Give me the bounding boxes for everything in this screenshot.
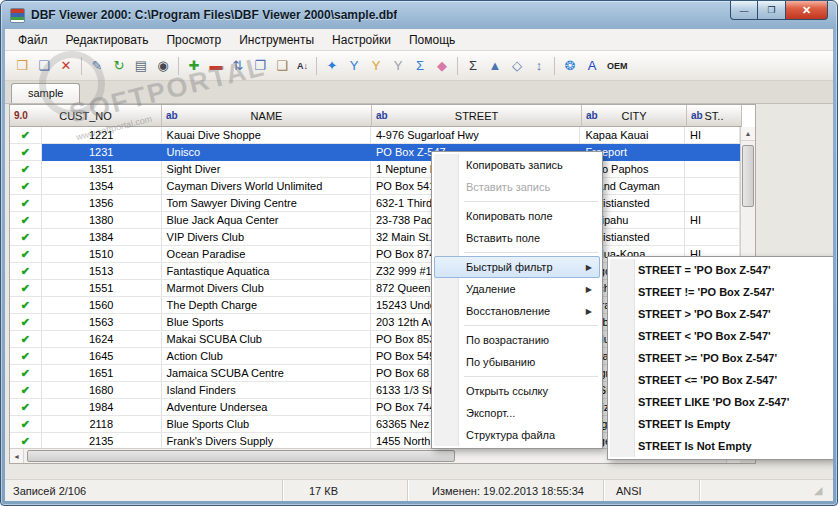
context-menu-item[interactable]: Восстановление▶ xyxy=(434,300,600,322)
tab-sample[interactable]: sample xyxy=(11,83,80,103)
oem-mode-icon[interactable]: OEM xyxy=(603,55,632,77)
context-menu-item[interactable]: Структура файла xyxy=(434,424,600,446)
column-header-city[interactable]: abCITY xyxy=(582,105,687,127)
context-menu-item[interactable]: Копировать поле xyxy=(434,205,600,227)
table-row[interactable]: ✔1354Cayman Divers World UnlimitedPO Box… xyxy=(10,178,740,195)
cell-name[interactable]: VIP Divers Club xyxy=(162,229,371,246)
cell-cust-no[interactable]: 1680 xyxy=(42,382,162,399)
menu-view[interactable]: Просмотр xyxy=(157,31,230,49)
eraser-icon[interactable]: ◆ xyxy=(431,55,453,77)
table-row[interactable]: ✔1221Kauai Dive Shoppe4-976 Sugarloaf Hw… xyxy=(10,127,740,144)
resize-grip-icon[interactable]: ◢ xyxy=(814,484,830,497)
filter-menu-item[interactable]: STREET <= 'PO Box Z-547' xyxy=(610,369,832,391)
filter-icon[interactable]: Y xyxy=(343,55,365,77)
context-menu-item[interactable]: Вставить поле xyxy=(434,227,600,249)
cell-name[interactable]: Adventure Undersea xyxy=(162,399,371,416)
cell-cust-no[interactable]: 1510 xyxy=(42,246,162,263)
filter-clear-icon[interactable]: Y xyxy=(387,55,409,77)
context-menu-item[interactable]: Экспорт... xyxy=(434,402,600,424)
summary-table-icon[interactable]: Σ xyxy=(409,55,431,77)
cell-cust-no[interactable]: 1351 xyxy=(42,161,162,178)
new-file-icon[interactable]: ❏ xyxy=(33,55,55,77)
cell-name[interactable]: Tom Sawyer Diving Centre xyxy=(162,195,371,212)
cell-name[interactable]: Unisco xyxy=(162,144,371,161)
filter-menu-item[interactable]: STREET < 'PO Box Z-547' xyxy=(610,325,832,347)
cell-name[interactable]: Blue Jack Aqua Center xyxy=(162,212,371,229)
close-button[interactable]: ✕ xyxy=(786,1,828,20)
context-menu-item[interactable]: Быстрый фильтр▶ xyxy=(434,256,600,278)
filter-menu-item[interactable]: STREET = 'PO Box Z-547' xyxy=(610,259,832,281)
horizontal-scroll-thumb[interactable] xyxy=(27,450,455,462)
delete-record-icon[interactable]: ▬ xyxy=(205,55,227,77)
cell-name[interactable]: Blue Sports xyxy=(162,314,371,331)
menu-edit[interactable]: Редактировать xyxy=(57,31,158,49)
menu-file[interactable]: Файл xyxy=(9,31,57,49)
table-row[interactable]: ✔1351Sight Diver1 Neptune LaneKato Papho… xyxy=(10,161,740,178)
cell-street[interactable]: 4-976 Sugarloaf Hwy xyxy=(371,127,580,144)
cell-st[interactable] xyxy=(685,178,740,195)
cell-st[interactable] xyxy=(685,229,740,246)
sigma-icon[interactable]: Σ xyxy=(462,55,484,77)
edit-record-icon[interactable]: ✎ xyxy=(86,55,108,77)
table-row[interactable]: ✔1384VIP Divers Club32 Main St.Christian… xyxy=(10,229,740,246)
cell-name[interactable]: The Depth Charge xyxy=(162,297,371,314)
cell-name[interactable]: Kauai Dive Shoppe xyxy=(162,127,371,144)
cell-cust-no[interactable]: 2118 xyxy=(42,416,162,433)
maximize-button[interactable]: ❐ xyxy=(758,1,786,20)
cell-cust-no[interactable]: 1354 xyxy=(42,178,162,195)
cell-cust-no[interactable]: 1380 xyxy=(42,212,162,229)
scroll-up-icon[interactable]: ▲ xyxy=(741,127,755,141)
filter-menu-item[interactable]: STREET LIKE 'PO Box Z-547' xyxy=(610,391,832,413)
column-header-name[interactable]: abNAME xyxy=(162,105,372,127)
column-header-st[interactable]: abST.. xyxy=(687,105,742,127)
add-record-icon[interactable]: ✚ xyxy=(183,55,205,77)
cell-cust-no[interactable]: 1513 xyxy=(42,263,162,280)
filter-menu-item[interactable]: STREET != 'PO Box Z-547' xyxy=(610,281,832,303)
vertical-scroll-thumb[interactable] xyxy=(742,145,754,207)
cell-st[interactable]: HI xyxy=(685,212,740,229)
cell-cust-no[interactable]: 1984 xyxy=(42,399,162,416)
menu-help[interactable]: Помощь xyxy=(400,31,464,49)
cell-cust-no[interactable]: 1221 xyxy=(42,127,162,144)
font-color-icon[interactable]: A xyxy=(581,55,603,77)
cell-city[interactable]: Kapaa Kauai xyxy=(580,127,685,144)
comment-bubble-icon[interactable]: ✦ xyxy=(321,55,343,77)
cell-cust-no[interactable]: 1651 xyxy=(42,365,162,382)
title-bar[interactable]: DBF Viewer 2000: C:\Program Files\DBF Vi… xyxy=(1,1,837,29)
cell-cust-no[interactable]: 1645 xyxy=(42,348,162,365)
cell-name[interactable]: Ocean Paradise xyxy=(162,246,371,263)
table-row[interactable]: ✔1380Blue Jack Aqua Center23-738 Padding… xyxy=(10,212,740,229)
column-header-street[interactable]: abSTREET xyxy=(372,105,582,127)
copy-record-icon[interactable]: ❐ xyxy=(249,55,271,77)
diamond-icon[interactable]: ◇ xyxy=(506,55,528,77)
cell-cust-no[interactable]: 1356 xyxy=(42,195,162,212)
context-menu-item[interactable]: Копировать запись xyxy=(434,154,600,176)
cell-name[interactable]: Marmot Divers Club xyxy=(162,280,371,297)
context-menu-item[interactable]: Вставить запись xyxy=(434,176,600,198)
open-file-icon[interactable]: ❒ xyxy=(11,55,33,77)
filter-menu-item[interactable]: STREET Is Empty xyxy=(610,413,832,435)
triangle-up-icon[interactable]: ▲ xyxy=(484,55,506,77)
fit-height-icon[interactable]: ↕ xyxy=(528,55,550,77)
filter-add-icon[interactable]: Y xyxy=(365,55,387,77)
filter-menu-item[interactable]: STREET > 'PO Box Z-547' xyxy=(610,303,832,325)
cell-st[interactable] xyxy=(685,144,740,161)
cell-name[interactable]: Frank's Divers Supply xyxy=(162,433,371,448)
delete-file-icon[interactable]: ✕ xyxy=(55,55,77,77)
cell-cust-no[interactable]: 2135 xyxy=(42,433,162,448)
move-record-icon[interactable]: ⇅ xyxy=(227,55,249,77)
cell-cust-no[interactable]: 1231 xyxy=(42,144,162,161)
refresh-icon[interactable]: ↻ xyxy=(108,55,130,77)
filter-menu-item[interactable]: STREET Is Not Empty xyxy=(610,435,832,457)
menu-tools[interactable]: Инструменты xyxy=(230,31,323,49)
cell-name[interactable]: Blue Sports Club xyxy=(162,416,371,433)
sort-az-icon[interactable]: A↓ xyxy=(293,55,312,77)
table-row[interactable]: ✔1356Tom Sawyer Diving Centre632-1 Third… xyxy=(10,195,740,212)
cell-name[interactable]: Sight Diver xyxy=(162,161,371,178)
print-icon[interactable]: ▤ xyxy=(130,55,152,77)
cell-name[interactable]: Island Finders xyxy=(162,382,371,399)
paste-record-icon[interactable]: ❑ xyxy=(271,55,293,77)
cell-name[interactable]: Action Club xyxy=(162,348,371,365)
minimize-button[interactable]: — xyxy=(730,1,758,20)
menu-settings[interactable]: Настройки xyxy=(323,31,400,49)
